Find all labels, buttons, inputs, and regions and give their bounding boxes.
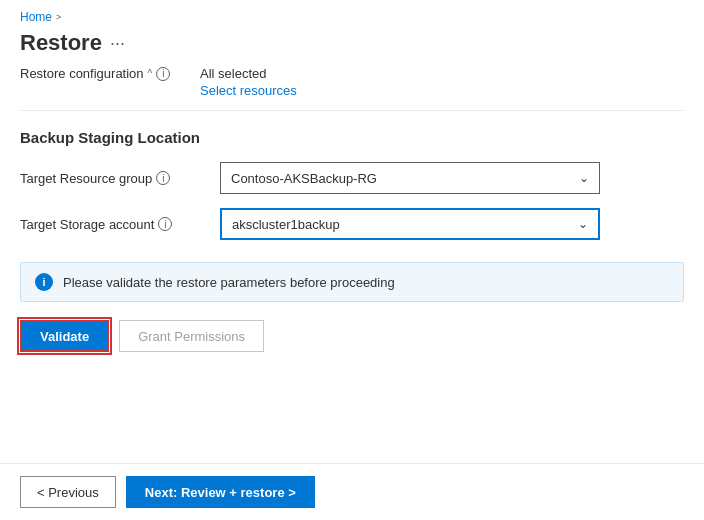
restore-config-section: Restore configuration ^ i All selected S… [20, 66, 684, 111]
target-resource-group-value: Contoso-AKSBackup-RG [231, 171, 377, 186]
select-resources-link[interactable]: Select resources [200, 83, 297, 98]
target-storage-account-row: Target Storage account i akscluster1back… [20, 208, 684, 240]
backup-staging-title: Backup Staging Location [20, 129, 684, 146]
all-selected-text: All selected [200, 66, 297, 81]
target-storage-account-dropdown[interactable]: akscluster1backup ⌄ [220, 208, 600, 240]
target-storage-account-chevron-icon: ⌄ [578, 217, 588, 231]
info-banner-text: Please validate the restore parameters b… [63, 275, 395, 290]
breadcrumb-separator: > [56, 12, 61, 22]
target-resource-group-label: Target Resource group i [20, 171, 220, 186]
restore-config-value: All selected Select resources [200, 66, 297, 98]
target-resource-group-row: Target Resource group i Contoso-AKSBacku… [20, 162, 684, 194]
target-resource-group-chevron-icon: ⌄ [579, 171, 589, 185]
content-area: Restore configuration ^ i All selected S… [0, 66, 704, 463]
restore-config-label: Restore configuration ^ i [20, 66, 200, 81]
breadcrumb-home-link[interactable]: Home [20, 10, 52, 24]
page-container: Home > Restore ··· Restore configuration… [0, 0, 704, 520]
target-storage-account-info-icon[interactable]: i [158, 217, 172, 231]
grant-permissions-button[interactable]: Grant Permissions [119, 320, 264, 352]
previous-button[interactable]: < Previous [20, 476, 116, 508]
breadcrumb: Home > [20, 10, 684, 24]
action-buttons: Validate Grant Permissions [20, 320, 684, 352]
restore-config-text: Restore configuration [20, 66, 144, 81]
bottom-bar: < Previous Next: Review + restore > [0, 463, 704, 520]
more-options-icon[interactable]: ··· [110, 33, 125, 54]
target-storage-account-value: akscluster1backup [232, 217, 340, 232]
target-resource-group-text: Target Resource group [20, 171, 152, 186]
restore-config-sort-icon: ^ [148, 68, 153, 79]
info-banner-icon: i [35, 273, 53, 291]
target-resource-group-dropdown[interactable]: Contoso-AKSBackup-RG ⌄ [220, 162, 600, 194]
target-storage-account-label: Target Storage account i [20, 217, 220, 232]
target-storage-account-text: Target Storage account [20, 217, 154, 232]
validate-button[interactable]: Validate [20, 320, 109, 352]
page-header: Restore ··· [20, 30, 684, 56]
restore-config-info-icon[interactable]: i [156, 67, 170, 81]
page-title: Restore [20, 30, 102, 56]
target-resource-group-info-icon[interactable]: i [156, 171, 170, 185]
info-banner: i Please validate the restore parameters… [20, 262, 684, 302]
backup-staging-section: Backup Staging Location Target Resource … [20, 129, 684, 254]
top-bar: Home > Restore ··· [0, 0, 704, 66]
next-button[interactable]: Next: Review + restore > [126, 476, 315, 508]
